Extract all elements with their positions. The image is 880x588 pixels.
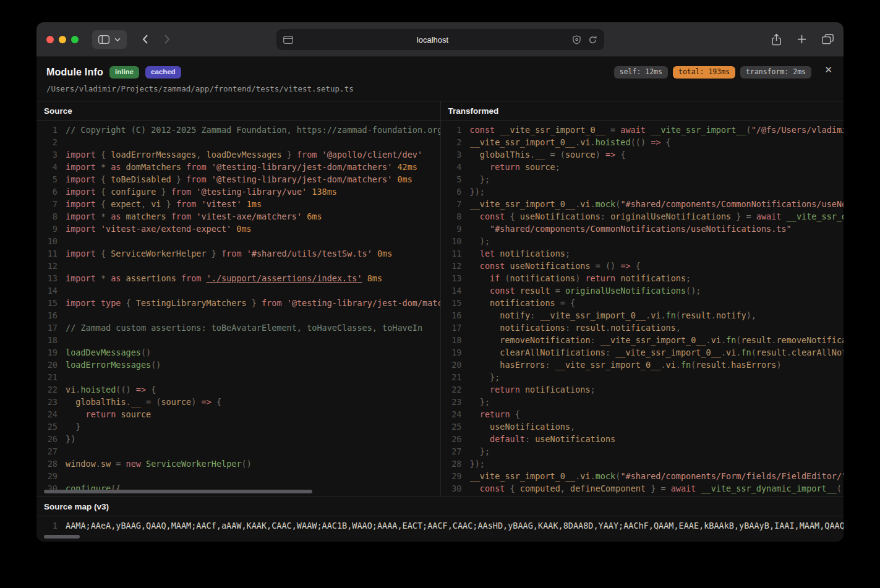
code-text: removeNotification: __vite_ssr_import_0_… — [470, 334, 844, 346]
sourcemap-horizontal-scrollbar[interactable] — [44, 535, 80, 539]
line-number: 22 — [40, 383, 58, 396]
code-token: ) — [191, 397, 201, 407]
code-token: import type — [66, 298, 126, 308]
code-token: notify — [716, 310, 746, 320]
code-token: // Copyright (C) 2012-2025 Zammad Founda… — [66, 125, 440, 135]
code-token: ServiceWorkerHelper — [146, 459, 241, 469]
code-token — [470, 273, 490, 283]
code-token: hasErrors — [500, 360, 545, 370]
code-text: const { useNotifications: originalUseNot… — [470, 210, 844, 223]
code-line: 26 default: useNotifications — [445, 433, 844, 445]
code-token: result — [575, 323, 605, 333]
code-token: __vite_ssr_import_0__ — [615, 347, 721, 357]
code-text — [66, 284, 440, 297]
sourcemap-code[interactable]: 1AAMA;AAeA,yBAAG,QAAQ,MAAM;AACf,aAAW,KAA… — [36, 516, 844, 532]
code-token: } — [247, 298, 262, 308]
back-button[interactable] — [137, 31, 153, 48]
close-window-button[interactable] — [46, 36, 54, 43]
code-token — [470, 286, 490, 296]
code-line: 30 const { computed, defineComponent } =… — [445, 482, 844, 495]
source-horizontal-scrollbar[interactable] — [44, 490, 312, 493]
code-token: import — [66, 249, 101, 258]
code-line: 22vi.hoisted(() => { — [40, 383, 440, 396]
code-token: : — [530, 310, 540, 320]
page-settings-icon[interactable] — [283, 36, 293, 44]
self-time-badge: self: 12ms — [614, 66, 668, 79]
code-line: 14 — [40, 284, 440, 297]
code-token: => — [605, 150, 615, 160]
code-token — [470, 298, 490, 308]
sidebar-icon — [98, 35, 109, 44]
code-line: 1// Copyright (C) 2012-2025 Zammad Found… — [40, 124, 440, 136]
code-token: vi — [580, 199, 590, 209]
code-text — [66, 309, 440, 322]
code-token: configure — [111, 187, 156, 197]
code-token: . — [126, 397, 131, 407]
source-code[interactable]: 1// Copyright (C) 2012-2025 Zammad Found… — [36, 121, 440, 497]
code-token: ( — [736, 335, 741, 345]
minimize-window-button[interactable] — [59, 36, 66, 43]
privacy-shield-icon[interactable] — [573, 35, 581, 45]
code-token: result — [756, 347, 787, 357]
code-token: loadDevMessages — [207, 150, 282, 160]
line-number: 1 — [40, 124, 58, 136]
code-token: fn — [741, 347, 751, 357]
code-text — [66, 235, 440, 247]
code-line: 8import * as matchers from 'vitest-axe/m… — [40, 210, 440, 223]
code-text: hasErrors: __vite_ssr_import_0__.vi.fn(r… — [470, 359, 844, 371]
code-token: vi — [66, 385, 75, 394]
code-token: useNotifications — [535, 434, 615, 444]
new-tab-button[interactable] — [797, 35, 806, 44]
sidebar-toggle[interactable] — [92, 30, 127, 49]
code-text: notifications: result.notifications, — [470, 322, 844, 334]
code-token: '#shared/utils/testSw.ts' — [247, 249, 372, 258]
module-link[interactable]: './support/assertions/index.ts' — [207, 273, 362, 283]
code-token: 138ms — [307, 187, 337, 197]
code-token: vi — [580, 471, 590, 481]
code-line: 15 notifications = { — [445, 297, 844, 309]
code-token: . — [646, 310, 651, 320]
code-token: import — [66, 162, 101, 172]
reload-icon[interactable] — [588, 35, 597, 45]
code-token: . — [721, 335, 726, 345]
url-bar[interactable]: localhost — [276, 29, 604, 50]
line-number: 8 — [445, 210, 462, 223]
code-token: * — [101, 162, 111, 172]
line-number: 17 — [445, 322, 462, 334]
close-panel-button[interactable]: ✕ — [824, 65, 832, 74]
transformed-code[interactable]: 1const __vite_ssr_import_0__ = await __v… — [441, 121, 844, 497]
code-token: useNotifications — [490, 422, 570, 432]
code-token: from — [186, 162, 211, 172]
code-token — [66, 409, 86, 419]
code-token: globalThis — [75, 397, 126, 407]
code-text: const useNotifications = () => { — [470, 260, 844, 272]
code-text: import * as matchers from 'vitest-axe/ma… — [66, 210, 440, 223]
tab-overview-button[interactable] — [822, 34, 834, 45]
code-token: fn — [726, 335, 736, 345]
code-token: __vite_ssr_import_0__ — [470, 199, 576, 209]
zoom-window-button[interactable] — [71, 36, 79, 43]
code-token: vi — [666, 360, 676, 370]
code-token: { — [146, 385, 156, 394]
code-token: . — [676, 360, 681, 370]
code-line: 27 — [40, 445, 440, 458]
code-line: 21 }; — [445, 371, 844, 383]
code-token: } = — [646, 484, 671, 493]
code-text: import { toBeDisabled } from '@testing-l… — [66, 173, 440, 185]
code-token: source — [121, 409, 151, 419]
code-token: , — [560, 484, 570, 493]
code-token: { — [101, 150, 111, 160]
code-token: __vite_ssr_import_0__ — [470, 137, 576, 147]
share-button[interactable] — [771, 33, 782, 46]
code-token — [470, 434, 490, 444]
line-number: 20 — [40, 359, 58, 371]
forward-button[interactable] — [159, 31, 175, 48]
code-token: useNotifications — [520, 211, 600, 221]
line-number: 24 — [445, 408, 462, 420]
code-token: ServiceWorkerHelper — [111, 249, 206, 258]
code-token: const — [480, 261, 510, 271]
sourcemap-section: Source map (v3) 1AAMA;AAeA,yBAAG,QAAQ,MA… — [36, 496, 844, 542]
code-line: 18 — [40, 334, 440, 346]
code-token: }; — [470, 446, 490, 456]
chevron-down-icon — [114, 38, 121, 41]
